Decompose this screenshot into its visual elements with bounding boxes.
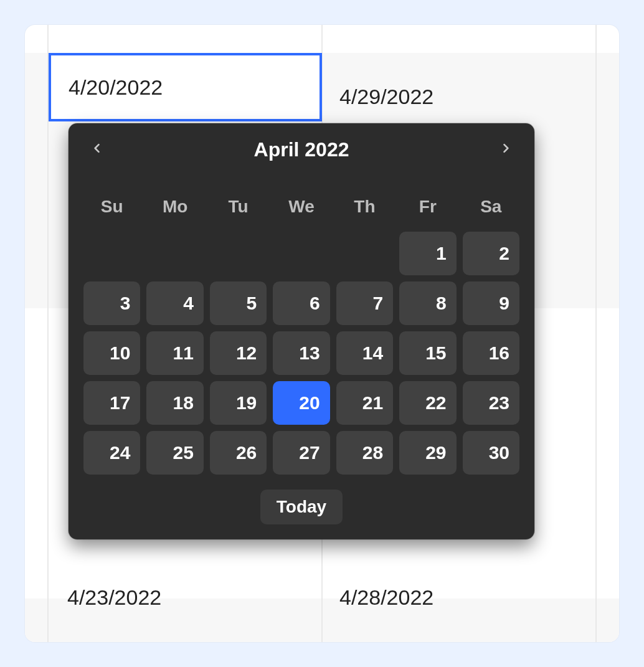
calendar-day-empty	[210, 232, 267, 275]
calendar-day[interactable]: 19	[210, 381, 267, 425]
today-button[interactable]: Today	[260, 490, 343, 524]
calendar-day-empty	[336, 232, 393, 275]
chevron-left-icon	[91, 139, 103, 160]
weekday-label: Mo	[146, 193, 203, 232]
calendar-day[interactable]: 10	[83, 331, 140, 375]
calendar-day[interactable]: 5	[210, 281, 267, 325]
calendar-day[interactable]: 15	[399, 331, 456, 375]
calendar-day[interactable]: 13	[273, 331, 329, 375]
calendar-day[interactable]: 6	[273, 281, 329, 325]
calendar-day[interactable]: 2	[463, 232, 519, 275]
calendar-grid: 1234567891011121314151617181920212223242…	[81, 232, 522, 475]
calendar-day[interactable]: 7	[336, 281, 393, 325]
calendar-day-selected[interactable]: 20	[273, 381, 329, 425]
cell-bottom-right-value[interactable]: 4/28/2022	[339, 585, 433, 610]
chevron-right-icon	[500, 139, 512, 160]
calendar-day[interactable]: 12	[210, 331, 267, 375]
weekday-label: Sa	[463, 193, 519, 232]
spreadsheet-panel: 4/20/2022 4/29/2022 4/23/2022 4/28/2022 …	[25, 25, 619, 642]
calendar-day[interactable]: 14	[336, 331, 393, 375]
calendar-day[interactable]: 28	[336, 431, 393, 475]
prev-month-button[interactable]	[85, 137, 110, 162]
calendar-day[interactable]: 3	[83, 281, 140, 325]
active-cell[interactable]: 4/20/2022	[49, 53, 322, 121]
calendar-week-row: 17181920212223	[83, 381, 519, 425]
calendar-week-row: 12	[83, 232, 519, 275]
weekday-label: We	[273, 193, 329, 232]
date-picker-popover: April 2022 Su Mo Tu We Th Fr Sa 12345678…	[69, 123, 534, 539]
weekday-label: Tu	[210, 193, 267, 232]
gridline-right	[595, 25, 597, 642]
next-month-button[interactable]	[493, 137, 518, 162]
active-cell-value: 4/20/2022	[69, 75, 163, 100]
calendar-day[interactable]: 25	[146, 431, 203, 475]
calendar-day[interactable]: 17	[83, 381, 140, 425]
calendar-day[interactable]: 22	[399, 381, 456, 425]
calendar-day-empty	[83, 232, 140, 275]
calendar-day-empty	[273, 232, 329, 275]
calendar-week-row: 10111213141516	[83, 331, 519, 375]
weekday-header-row: Su Mo Tu We Th Fr Sa	[81, 193, 522, 232]
calendar-day[interactable]: 26	[210, 431, 267, 475]
calendar-day[interactable]: 24	[83, 431, 140, 475]
calendar-day[interactable]: 9	[463, 281, 519, 325]
calendar-day[interactable]: 1	[399, 232, 456, 275]
calendar-day[interactable]: 11	[146, 331, 203, 375]
month-year-label[interactable]: April 2022	[254, 138, 349, 161]
calendar-day[interactable]: 21	[336, 381, 393, 425]
cell-bottom-left-value[interactable]: 4/23/2022	[67, 585, 161, 610]
calendar-day[interactable]: 29	[399, 431, 456, 475]
weekday-label: Fr	[399, 193, 456, 232]
calendar-day[interactable]: 18	[146, 381, 203, 425]
calendar-week-row: 24252627282930	[83, 431, 519, 475]
calendar-day[interactable]: 23	[463, 381, 519, 425]
weekday-label: Su	[83, 193, 140, 232]
calendar-day[interactable]: 4	[146, 281, 203, 325]
calendar-day[interactable]: 16	[463, 331, 519, 375]
calendar-day[interactable]: 30	[463, 431, 519, 475]
weekday-label: Th	[336, 193, 393, 232]
calendar-day[interactable]: 27	[273, 431, 329, 475]
calendar-day-empty	[146, 232, 203, 275]
calendar-week-row: 3456789	[83, 281, 519, 325]
today-row: Today	[81, 490, 522, 524]
date-picker-header: April 2022	[81, 137, 522, 167]
cell-right-value[interactable]: 4/29/2022	[339, 85, 433, 109]
calendar-day[interactable]: 8	[399, 281, 456, 325]
